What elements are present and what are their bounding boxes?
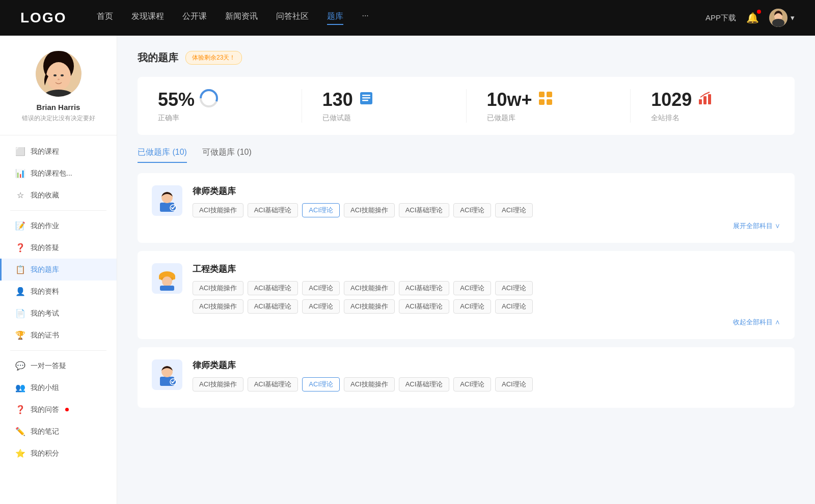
tag-item[interactable]: ACI理论 xyxy=(495,203,533,217)
expand-btn[interactable]: 展开全部科目 ∨ xyxy=(193,221,780,231)
notification-bell[interactable]: 🔔 xyxy=(746,12,759,24)
tag-item[interactable]: ACI基础理论 xyxy=(248,281,298,295)
sidebar-item-label: 我的证书 xyxy=(31,331,59,340)
lawyer-icon xyxy=(152,185,182,216)
tag-item[interactable]: ACI理论 xyxy=(302,281,340,295)
sidebar-profile: Brian Harris 错误的决定比没有决定要好 xyxy=(0,51,117,135)
svg-rect-31 xyxy=(160,286,174,291)
tag-item[interactable]: ACI理论 xyxy=(453,281,491,295)
tag-item[interactable]: ACI理论 xyxy=(453,203,491,217)
sidebar-item-group[interactable]: 👥 我的小组 xyxy=(0,377,117,399)
sidebar-item-my-qa[interactable]: ❓ 我的问答 xyxy=(0,399,117,421)
bank-body: 律师类题库 ACI技能操作 ACI基础理论 ACI理论 ACI技能操作 ACI基… xyxy=(193,185,780,231)
avatar xyxy=(769,9,787,27)
bank-title: 律师类题库 xyxy=(193,185,780,197)
nav-more[interactable]: ··· xyxy=(362,11,368,25)
sidebar-item-ask[interactable]: ❓ 我的答疑 xyxy=(0,237,117,259)
tag-item[interactable]: ACI理论 xyxy=(495,377,533,391)
tags-row: ACI技能操作 ACI基础理论 ACI理论 ACI技能操作 ACI基础理论 AC… xyxy=(193,377,780,391)
sidebar-item-certificate[interactable]: 🏆 我的证书 xyxy=(0,324,117,346)
tag-item[interactable]: ACI基础理论 xyxy=(248,203,298,217)
profile-motto: 错误的决定比没有决定要好 xyxy=(22,114,95,123)
nav-question-bank[interactable]: 题库 xyxy=(327,11,343,25)
tag-item[interactable]: ACI基础理论 xyxy=(399,377,450,391)
sidebar-item-notes[interactable]: ✏️ 我的笔记 xyxy=(0,421,117,442)
sidebar-item-question-bank[interactable]: 📋 我的题库 xyxy=(0,259,117,281)
notification-badge xyxy=(757,10,761,14)
tag-item[interactable]: ACI技能操作 xyxy=(344,377,395,391)
tag-item[interactable]: ACI技能操作 xyxy=(344,299,395,314)
svg-rect-15 xyxy=(362,97,370,99)
sidebar-item-points[interactable]: ⭐ 我的积分 xyxy=(0,442,117,464)
sidebar-item-profile[interactable]: 👤 我的资料 xyxy=(0,281,117,302)
main-content: 我的题库 体验剩余23天！ 55% 正确率 xyxy=(117,36,815,504)
svg-point-6 xyxy=(53,74,57,76)
sidebar-item-exam[interactable]: 📄 我的考试 xyxy=(0,302,117,324)
sidebar-item-label: 我的积分 xyxy=(31,449,59,458)
exam-icon: 📄 xyxy=(15,309,25,318)
ranking-icon xyxy=(697,90,713,109)
sidebar-item-label: 一对一答疑 xyxy=(31,361,66,371)
tag-item[interactable]: ACI理论 xyxy=(495,299,533,314)
nav-news[interactable]: 新闻资讯 xyxy=(225,11,258,25)
tag-item[interactable]: ACI技能操作 xyxy=(193,203,243,217)
tag-item[interactable]: ACI理论 xyxy=(495,281,533,295)
svg-rect-19 xyxy=(539,99,545,105)
tab-done[interactable]: 已做题库 (10) xyxy=(138,147,187,163)
banks-label: 已做题库 xyxy=(487,114,515,123)
tag-item[interactable]: ACI理论 xyxy=(302,299,340,314)
svg-rect-17 xyxy=(539,92,545,97)
homework-icon: 📝 xyxy=(15,221,25,231)
sidebar-item-favorites[interactable]: ☆ 我的收藏 xyxy=(0,184,117,206)
bank-body: 律师类题库 ACI技能操作 ACI基础理论 ACI理论 ACI技能操作 ACI基… xyxy=(193,359,780,396)
tag-item[interactable]: ACI基础理论 xyxy=(248,299,298,314)
trial-badge: 体验剩余23天！ xyxy=(185,51,242,65)
nav-home[interactable]: 首页 xyxy=(97,11,113,25)
sidebar-menu: ⬜ 我的课程 📊 我的课程包... ☆ 我的收藏 📝 我的作业 ❓ 我的答疑 📋 xyxy=(0,135,117,469)
nav-qa[interactable]: 问答社区 xyxy=(276,11,309,25)
tag-item-active[interactable]: ACI理论 xyxy=(302,203,340,217)
accuracy-value: 55% xyxy=(158,89,195,110)
qa-dot xyxy=(65,408,69,411)
tab-todo[interactable]: 可做题库 (10) xyxy=(202,147,252,163)
svg-rect-18 xyxy=(547,92,552,97)
sidebar-item-label: 我的考试 xyxy=(31,309,59,318)
collapse-btn[interactable]: 收起全部科目 ∧ xyxy=(193,318,780,327)
svg-rect-16 xyxy=(362,100,368,101)
svg-rect-22 xyxy=(703,96,707,104)
tags-row-1: ACI技能操作 ACI基础理论 ACI理论 ACI技能操作 ACI基础理论 AC… xyxy=(193,281,780,295)
sidebar-divider xyxy=(10,210,106,211)
accuracy-label: 正确率 xyxy=(158,114,179,123)
tag-item[interactable]: ACI技能操作 xyxy=(344,203,395,217)
profile-avatar xyxy=(36,51,82,97)
bank-title: 律师类题库 xyxy=(193,359,780,371)
tag-item[interactable]: ACI技能操作 xyxy=(193,377,243,391)
tag-item[interactable]: ACI技能操作 xyxy=(193,299,243,314)
tag-item[interactable]: ACI技能操作 xyxy=(344,281,395,295)
sidebar-item-homework[interactable]: 📝 我的作业 xyxy=(0,215,117,237)
sidebar-item-my-course[interactable]: ⬜ 我的课程 xyxy=(0,141,117,162)
svg-point-7 xyxy=(61,74,64,76)
nav-open-course[interactable]: 公开课 xyxy=(182,11,207,25)
tag-item[interactable]: ACI理论 xyxy=(453,377,491,391)
notes-icon: ✏️ xyxy=(15,427,25,436)
stat-row: 55% xyxy=(158,89,218,110)
tag-item[interactable]: ACI理论 xyxy=(453,299,491,314)
tag-item[interactable]: ACI基础理论 xyxy=(399,299,450,314)
sidebar-item-course-package[interactable]: 📊 我的课程包... xyxy=(0,162,117,184)
questions-label: 已做试题 xyxy=(322,114,351,123)
app-download-btn[interactable]: APP下载 xyxy=(705,13,736,23)
tag-item[interactable]: ACI基础理论 xyxy=(399,203,450,217)
svg-rect-21 xyxy=(699,99,702,104)
tag-item-active[interactable]: ACI理论 xyxy=(302,377,340,391)
tag-item[interactable]: ACI基础理论 xyxy=(248,377,298,391)
nav-discover[interactable]: 发现课程 xyxy=(131,11,164,25)
tag-item[interactable]: ACI技能操作 xyxy=(193,281,243,295)
bank-body: 工程类题库 ACI技能操作 ACI基础理论 ACI理论 ACI技能操作 ACI基… xyxy=(193,263,780,327)
tag-item[interactable]: ACI基础理论 xyxy=(399,281,450,295)
points-icon: ⭐ xyxy=(15,449,25,458)
user-avatar-menu[interactable]: ▾ xyxy=(769,9,795,27)
sidebar-item-1on1[interactable]: 💬 一对一答疑 xyxy=(0,355,117,377)
sidebar-item-label: 我的小组 xyxy=(31,383,59,393)
stat-row: 130 xyxy=(322,89,374,110)
